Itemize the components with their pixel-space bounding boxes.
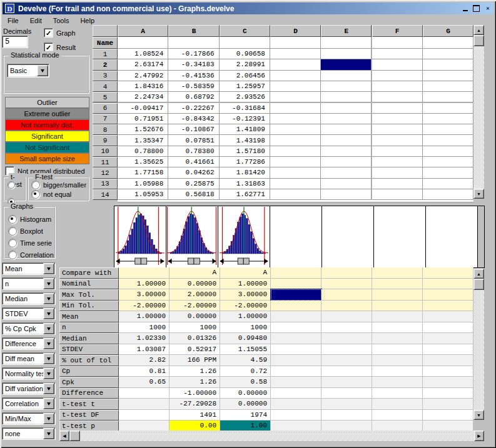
result-cell[interactable]: 1.00 xyxy=(220,421,271,432)
radio-icon[interactable] xyxy=(8,251,17,259)
grid-vertical-scrollbar-down-button[interactable]: ▼ xyxy=(473,189,484,199)
grid-cell-D8[interactable] xyxy=(270,124,321,135)
grid-cell-G8[interactable] xyxy=(423,124,473,135)
result-cell[interactable] xyxy=(321,388,372,399)
dropdown-diff-mean[interactable]: Diff mean xyxy=(2,352,56,365)
t-test-option-1-radio[interactable] xyxy=(8,181,15,189)
result-cell[interactable]: 1000 xyxy=(220,322,271,334)
result-row-label-n[interactable]: n xyxy=(59,322,119,334)
grid-cell-F7[interactable] xyxy=(372,114,423,124)
dropdown-correlation[interactable]: Correlation xyxy=(2,397,56,410)
grid-cell-D6[interactable] xyxy=(270,103,321,114)
result-cell[interactable]: 1.26 xyxy=(170,366,220,377)
grid-cell-B3[interactable]: -0.41536 xyxy=(168,71,219,81)
menu-item-edit[interactable]: Edit xyxy=(25,16,47,26)
grid-cell-A12[interactable]: 1.77158 xyxy=(118,167,168,178)
dropdown-n[interactable]: n xyxy=(2,277,56,290)
grid-cell-F5[interactable] xyxy=(372,92,423,102)
result-checkbox[interactable]: ✓ Result xyxy=(44,42,76,52)
combo-arrow-button[interactable] xyxy=(43,308,54,319)
result-row-label-cpk[interactable]: Cpk xyxy=(59,377,119,388)
results-horizontal-scrollbar[interactable] xyxy=(69,431,474,441)
statistical-mode-select[interactable]: Basic xyxy=(7,64,49,77)
combo-arrow-button[interactable] xyxy=(43,263,54,274)
radio-icon[interactable] xyxy=(8,215,17,224)
grid-cell-C5[interactable]: 2.93526 xyxy=(220,92,270,102)
result-cell[interactable]: 1491 xyxy=(170,410,220,421)
result-cell[interactable] xyxy=(423,301,473,312)
row-header-11[interactable]: 11 xyxy=(93,157,118,167)
grid-cell-B7[interactable]: -0.84342 xyxy=(168,114,219,124)
dropdown-median[interactable]: Median xyxy=(2,292,56,305)
graphs-option-time-serie[interactable]: Time serie xyxy=(8,237,54,249)
result-cell[interactable] xyxy=(372,301,423,312)
grid-cell-B2[interactable]: -0.34183 xyxy=(168,59,219,70)
result-cell[interactable]: 0.00000 xyxy=(170,279,220,290)
grid-cell-B14[interactable]: 0.56818 xyxy=(168,189,219,200)
result-cell[interactable] xyxy=(423,421,473,432)
result-row-label-t-test-df[interactable]: t-test DF xyxy=(59,410,119,421)
result-cell[interactable]: 1.26 xyxy=(170,377,220,388)
grid-vertical-scrollbar[interactable] xyxy=(473,35,484,189)
name-cell-E[interactable] xyxy=(321,37,372,49)
grid-cell-D7[interactable] xyxy=(270,114,321,124)
result-row-label-nominal[interactable]: Nominal xyxy=(59,279,119,290)
close-button[interactable]: ✕ xyxy=(483,4,493,12)
column-header-F[interactable]: F xyxy=(372,25,423,37)
result-cell[interactable] xyxy=(372,399,423,410)
result-cell[interactable] xyxy=(372,333,423,344)
grid-cell-C9[interactable]: 1.43198 xyxy=(220,135,270,146)
grid-cell-E6[interactable] xyxy=(321,103,372,114)
grid-cell-D5[interactable] xyxy=(270,92,321,102)
result-cell[interactable] xyxy=(321,344,372,356)
name-cell-F[interactable] xyxy=(372,37,423,49)
grid-corner-cell[interactable] xyxy=(93,25,118,37)
grid-cell-B11[interactable]: 0.41661 xyxy=(168,157,219,167)
combo-arrow-button[interactable] xyxy=(43,293,54,304)
result-cell[interactable]: 0.99480 xyxy=(220,333,271,344)
grid-cell-E4[interactable] xyxy=(321,81,372,92)
result-cell[interactable] xyxy=(423,333,473,344)
result-cell[interactable]: A xyxy=(220,267,271,279)
grid-cell-B10[interactable]: 0.78380 xyxy=(168,146,219,157)
combo-arrow-button[interactable] xyxy=(43,368,54,379)
histogram-cell-B[interactable] xyxy=(166,206,218,267)
result-cell[interactable] xyxy=(119,267,170,279)
result-cell[interactable] xyxy=(423,311,473,322)
result-cell[interactable]: -2.00000 xyxy=(170,301,220,312)
result-cell[interactable]: 1.15055 xyxy=(220,344,271,356)
result-cell[interactable] xyxy=(271,366,321,377)
grid-cell-F13[interactable] xyxy=(372,179,423,189)
grid-cell-F1[interactable] xyxy=(372,49,423,59)
grid-vertical-scrollbar-thumb[interactable] xyxy=(473,35,484,46)
grid-cell-A13[interactable]: 1.05988 xyxy=(118,179,168,189)
grid-cell-G10[interactable] xyxy=(423,146,473,157)
grid-cell-A9[interactable]: 1.35347 xyxy=(118,135,168,146)
grid-cell-B12[interactable]: 0.04262 xyxy=(168,167,219,178)
grid-cell-F11[interactable] xyxy=(372,157,423,167)
radio-icon[interactable] xyxy=(31,181,40,189)
results-vertical-scrollbar-thumb[interactable] xyxy=(473,279,484,290)
result-cell[interactable]: 3.00000 xyxy=(220,289,271,301)
grid-cell-C13[interactable]: 1.31863 xyxy=(220,179,270,189)
grid-cell-D4[interactable] xyxy=(270,81,321,92)
column-header-D[interactable]: D xyxy=(270,25,321,37)
result-cell[interactable] xyxy=(372,279,423,290)
result-cell[interactable]: 0.58 xyxy=(220,377,271,388)
radio-icon[interactable] xyxy=(8,239,17,247)
row-header-12[interactable]: 12 xyxy=(93,167,118,178)
result-cell[interactable] xyxy=(321,267,372,279)
result-cell[interactable] xyxy=(372,289,423,301)
grid-cell-D14[interactable] xyxy=(270,189,321,200)
grid-cell-D2[interactable] xyxy=(270,59,321,70)
row-header-7[interactable]: 7 xyxy=(93,114,118,124)
dropdown-difference[interactable]: Difference xyxy=(2,337,56,350)
grid-cell-G2[interactable] xyxy=(423,59,473,70)
grid-cell-B5[interactable]: 0.68792 xyxy=(168,92,219,102)
grid-cell-C4[interactable]: 1.25957 xyxy=(220,81,270,92)
grid-cell-E14[interactable] xyxy=(321,189,372,200)
result-row-label-mean[interactable]: Mean xyxy=(59,311,119,322)
histogram-cell-A[interactable] xyxy=(114,206,166,267)
grid-cell-A11[interactable]: 1.35625 xyxy=(118,157,168,167)
dropdown-none[interactable]: none xyxy=(2,427,56,440)
